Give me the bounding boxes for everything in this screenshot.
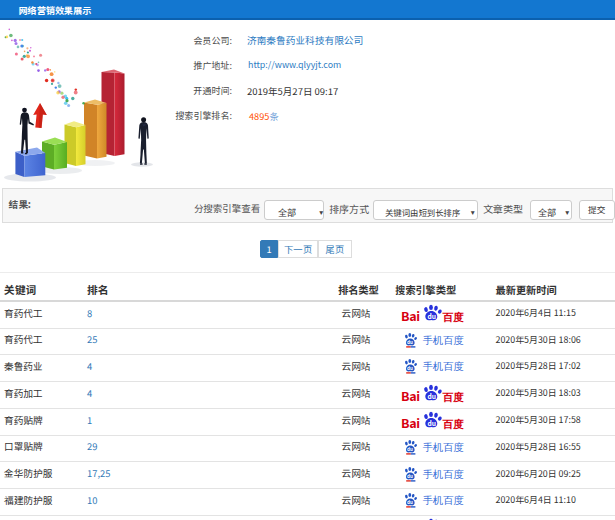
svg-text:手机百度: 手机百度 (422, 466, 463, 481)
svg-text:du: du (407, 366, 413, 372)
svg-text:手机百度: 手机百度 (422, 332, 463, 347)
svg-text:手机百度: 手机百度 (422, 439, 463, 454)
svg-text:Bai: Bai (401, 386, 420, 403)
svg-text:百度: 百度 (442, 388, 463, 403)
svg-text:du: du (407, 473, 413, 479)
svg-text:百度: 百度 (442, 415, 463, 430)
svg-text:du: du (427, 418, 435, 428)
svg-text:du: du (427, 311, 435, 321)
svg-text:百度: 百度 (442, 308, 463, 323)
svg-text:手机百度: 手机百度 (422, 359, 463, 374)
svg-text:du: du (427, 391, 435, 401)
svg-text:手机百度: 手机百度 (422, 493, 463, 508)
svg-text:du: du (407, 500, 413, 506)
svg-text:Bai: Bai (401, 413, 420, 430)
svg-text:Bai: Bai (401, 306, 420, 323)
svg-text:du: du (407, 339, 413, 345)
svg-text:du: du (407, 446, 413, 452)
